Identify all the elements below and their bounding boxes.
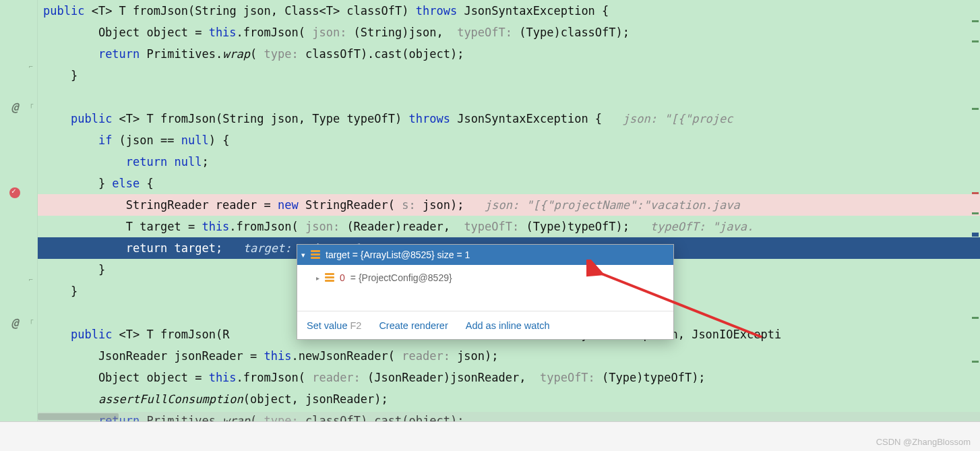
- fold-start-icon[interactable]: ┌: [27, 100, 35, 108]
- row-index: 0: [340, 272, 345, 283]
- code-line: T target = this.fromJson( json: (Reader)…: [38, 216, 980, 237]
- fold-end-icon-2[interactable]: ⌐: [27, 275, 35, 283]
- collection-icon: [311, 250, 320, 260]
- code-line: }: [38, 65, 980, 86]
- fold-start-icon-2[interactable]: ┌: [27, 315, 35, 324]
- code-line: Object object = this.fromJson( json: (St…: [38, 22, 980, 43]
- code-line: public <T> T fromJson(String json, Class…: [38, 0, 980, 22]
- vertical-scrollbar[interactable]: [971, 0, 980, 418]
- breakpoint-icon[interactable]: [8, 186, 22, 200]
- code-line: if (json == null) {: [38, 129, 980, 151]
- debugger-value-popup[interactable]: ▾ target = {ArrayList@8525} size = 1 ▸ 0…: [297, 244, 674, 340]
- chevron-down-icon[interactable]: ▾: [301, 251, 305, 260]
- override-marker-icon-1[interactable]: @: [8, 100, 22, 113]
- override-marker-icon-2[interactable]: @: [8, 315, 22, 329]
- set-value-link[interactable]: Set valueF2: [307, 320, 361, 331]
- code-line: public <T> T fromJson(String json, Type …: [38, 108, 980, 129]
- code-line: } else {: [38, 173, 980, 194]
- fold-end-icon[interactable]: ⌐: [27, 62, 35, 70]
- fold-column: ⌐ ┌ ⌐ ┌: [27, 0, 38, 451]
- code-line: [38, 86, 980, 108]
- horizontal-scrollbar[interactable]: [38, 412, 980, 421]
- scrollbar-thumb[interactable]: [38, 413, 119, 420]
- watermark: CSDN @ZhangBlossom: [876, 437, 971, 447]
- status-bar: CSDN @ZhangBlossom: [0, 421, 980, 451]
- code-line: assertFullConsumption(object, jsonReader…: [38, 388, 980, 410]
- popup-header-text: target = {ArrayList@8525} size = 1: [326, 249, 470, 260]
- code-line: Object object = this.fromJson( reader: (…: [38, 367, 980, 388]
- chevron-right-icon[interactable]: ▸: [316, 274, 319, 282]
- code-editor[interactable]: public <T> T fromJson(String json, Class…: [38, 0, 980, 451]
- add-inline-watch-link[interactable]: Add as inline watch: [466, 320, 550, 331]
- row-value: = {ProjectConfig@8529}: [350, 272, 452, 283]
- code-line-modified: StringReader reader = new StringReader( …: [38, 194, 980, 216]
- code-line: return Primitives.wrap( type: classOfT).…: [38, 43, 980, 65]
- object-icon: [325, 273, 334, 282]
- code-line: return null;: [38, 151, 980, 173]
- popup-header[interactable]: ▾ target = {ArrayList@8525} size = 1: [297, 245, 673, 265]
- popup-footer: Set valueF2 Create renderer Add as inlin…: [297, 311, 673, 339]
- popup-body: ▸ 0 = {ProjectConfig@8529}: [297, 265, 673, 311]
- popup-value-row[interactable]: ▸ 0 = {ProjectConfig@8529}: [313, 269, 673, 287]
- gutter: @ @ ⌐ ┌ ⌐ ┌: [0, 0, 38, 451]
- create-renderer-link[interactable]: Create renderer: [379, 320, 448, 331]
- code-line: JsonReader jsonReader = this.newJsonRead…: [38, 345, 980, 367]
